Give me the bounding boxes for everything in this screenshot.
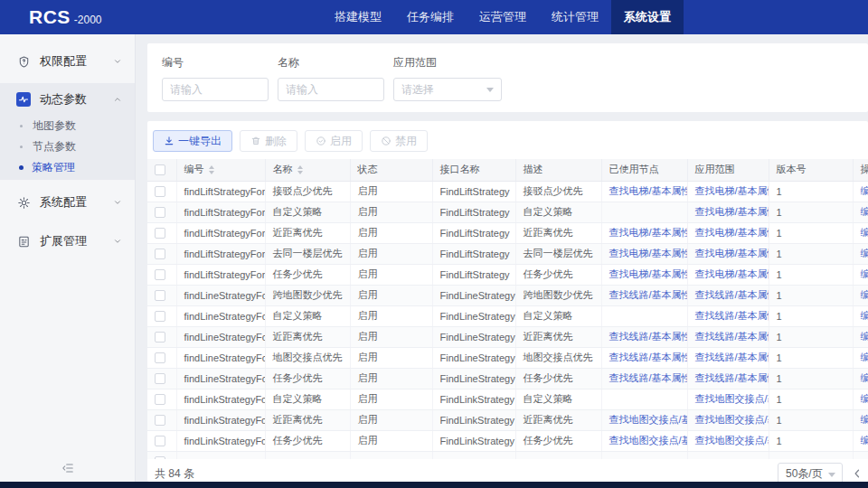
prev-page-button[interactable] — [852, 468, 864, 479]
cell-name: 跨地图数少优先 — [265, 285, 350, 305]
scope-link[interactable]: 查找线路/基本属性/查找 — [695, 352, 769, 362]
cell-desc: 近距离优先 — [515, 222, 601, 243]
logo-brand: RCS — [29, 6, 71, 28]
used-nodes-link[interactable]: 查找电梯/基本属性/查找 — [609, 185, 688, 196]
cell-status: 启用 — [350, 389, 432, 409]
row-checkbox[interactable] — [155, 249, 165, 259]
scope-filter-select[interactable] — [393, 78, 502, 101]
download-icon — [164, 136, 175, 146]
delete-button[interactable]: 删除 — [240, 130, 297, 152]
toolbar: 一键导出 删除 启用 禁用 — [147, 130, 868, 152]
sidebar-item-permission-config[interactable]: 权限配置 — [0, 43, 135, 80]
scope-link[interactable]: 查找线路/基本属性/查找 — [695, 289, 769, 300]
row-checkbox[interactable] — [155, 436, 165, 446]
used-nodes-link[interactable]: 查找线路/基本属性/查找 — [609, 331, 688, 342]
edit-link[interactable]: 编辑 — [861, 185, 868, 196]
cell-desc: 跨地图数少优先 — [515, 285, 601, 305]
cell-interface: FindLinkStrategy — [432, 389, 515, 409]
row-checkbox[interactable] — [155, 228, 165, 239]
row-checkbox[interactable] — [155, 352, 165, 363]
nav-item[interactable]: 系统设置 — [611, 0, 684, 34]
cell-id: findLinkStrategyForT... — [176, 430, 265, 451]
used-nodes-link[interactable]: 查找线路/基本属性/查找 — [609, 289, 688, 300]
id-filter-input[interactable] — [162, 78, 269, 101]
sidebar-item-extension-mgmt[interactable]: 扩展管理 — [0, 223, 135, 259]
edit-link[interactable]: 编辑 — [861, 414, 868, 425]
row-checkbox[interactable] — [155, 373, 165, 384]
edit-link[interactable]: 编辑 — [861, 310, 868, 321]
scope-link[interactable]: 查找线路/基本属性/查找 — [695, 331, 769, 342]
edit-link[interactable]: 编辑 — [861, 289, 868, 300]
export-button[interactable]: 一键导出 — [153, 130, 232, 152]
nav-item[interactable]: 运营管理 — [467, 0, 539, 34]
cell-interface: FindLiftStrategy — [432, 202, 515, 222]
used-nodes-link[interactable]: 查找线路/基本属性/查找 — [609, 352, 688, 362]
bullet-dot-icon — [20, 125, 23, 127]
used-nodes-link[interactable]: 查找电梯/基本属性/查找 — [609, 227, 688, 238]
column-header-status: 状态 — [350, 159, 432, 181]
edit-link[interactable]: 编辑 — [861, 435, 868, 446]
nav-item[interactable]: 搭建模型 — [322, 0, 394, 34]
select-all-checkbox[interactable] — [155, 164, 165, 175]
collapse-sidebar-icon[interactable] — [0, 462, 135, 474]
edit-link[interactable]: 编辑 — [861, 331, 868, 342]
scope-link[interactable]: 查找线路/基本属性/查找 — [695, 372, 769, 383]
edit-link[interactable]: 编辑 — [861, 393, 868, 404]
page-size-select[interactable]: 50条/页 — [778, 463, 843, 482]
row-checkbox[interactable] — [155, 186, 165, 197]
edit-link[interactable]: 编辑 — [861, 248, 868, 258]
cell-id: findLinkStrategyFor... — [176, 389, 265, 409]
scope-link[interactable]: 查找电梯/基本属性/查找 — [695, 268, 769, 279]
cell-name: 近距离优先 — [265, 326, 350, 347]
row-checkbox[interactable] — [155, 207, 165, 218]
table-row: findLineStrategyFor... 近距离优先 启用 FindLine… — [147, 326, 868, 347]
column-header-name: 名称 — [273, 163, 293, 176]
used-nodes-link[interactable]: 查找电梯/基本属性/查找 — [609, 268, 688, 279]
scope-link[interactable]: 查找电梯/基本属性/查找 — [695, 248, 769, 258]
sidebar-item-system-config[interactable]: 系统配置 — [0, 184, 135, 221]
sidebar-item-dynamic-params[interactable]: 动态参数 — [0, 83, 135, 116]
cell-desc: 自定义策略 — [515, 202, 601, 222]
row-checkbox[interactable] — [155, 290, 165, 301]
used-nodes-link[interactable]: 查找地图交接点/基本属性 — [609, 414, 688, 425]
scope-link[interactable]: 查找电梯/基本属性/查找 — [695, 185, 769, 196]
row-checkbox[interactable] — [155, 415, 165, 426]
scope-link[interactable]: 查找电梯/基本属性/查找 — [695, 206, 769, 217]
edit-link[interactable]: 编辑 — [861, 227, 868, 238]
enable-button[interactable]: 启用 — [305, 130, 363, 152]
nav-item[interactable]: 统计管理 — [539, 0, 611, 34]
sidebar-subitem[interactable]: 策略管理 — [0, 157, 135, 178]
chevron-down-icon — [113, 57, 122, 66]
sort-icon[interactable] — [297, 165, 303, 174]
sort-icon[interactable] — [209, 165, 214, 174]
cell-name: 近距离优先 — [265, 222, 350, 243]
row-checkbox[interactable] — [155, 332, 165, 343]
used-nodes-link[interactable]: 查找线路/基本属性/查找 — [609, 372, 688, 383]
row-checkbox[interactable] — [155, 311, 165, 322]
scope-link[interactable]: 查找地图交接点/基本属性 — [695, 393, 769, 404]
scope-link[interactable]: 查找地图交接点/基本属性 — [695, 435, 769, 446]
sidebar: 权限配置 动态参数 地图参数 节点参数 — [0, 34, 136, 482]
nav-item[interactable]: 任务编排 — [394, 0, 467, 34]
cell-interface: FindLineStrategy — [432, 305, 515, 326]
sidebar-subitem[interactable]: 节点参数 — [0, 136, 135, 157]
cell-id: findLineStrategyFor... — [176, 326, 265, 347]
sidebar-subitem[interactable]: 地图参数 — [0, 116, 135, 136]
scope-link[interactable]: 查找电梯/基本属性/查找 — [695, 227, 769, 238]
name-filter-input[interactable] — [278, 78, 384, 101]
edit-link[interactable]: 编辑 — [861, 268, 868, 279]
filter-field-id: 编号 — [162, 55, 269, 101]
scope-link[interactable]: 查找线路/基本属性/查找 — [695, 310, 769, 321]
row-checkbox[interactable] — [155, 269, 165, 280]
disable-button[interactable]: 禁用 — [370, 130, 428, 152]
scope-link[interactable]: 查找地图交接点/基本属性 — [695, 414, 769, 425]
cell-name: 任务少优先 — [265, 430, 350, 451]
edit-link[interactable]: 编辑 — [861, 352, 868, 362]
cell-status: 启用 — [350, 222, 432, 243]
edit-link[interactable]: 编辑 — [861, 372, 868, 383]
used-nodes-link[interactable]: 查找地图交接点/基本属性 — [609, 435, 688, 446]
used-nodes-link[interactable]: 查找电梯/基本属性/查找 — [609, 248, 688, 258]
row-checkbox[interactable] — [155, 394, 165, 405]
edit-link[interactable]: 编辑 — [861, 206, 868, 217]
chevron-down-icon — [828, 473, 835, 477]
